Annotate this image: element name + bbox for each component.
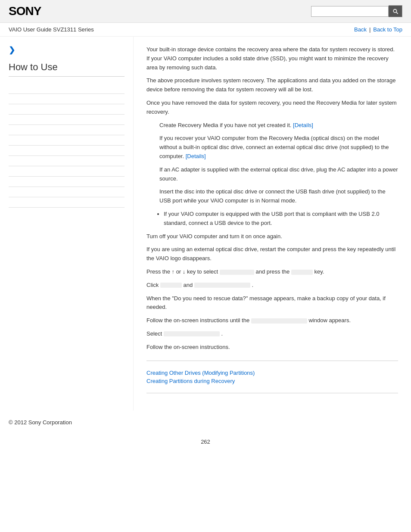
bullet-list: If your VAIO computer is equipped with t… (164, 210, 398, 228)
para6-suffix-text: and press the (255, 268, 290, 275)
nav-separator: | (369, 26, 371, 33)
copyright: © 2012 Sony Corporation (0, 411, 411, 430)
back-link[interactable]: Back (354, 26, 367, 33)
para6-prefix: Press the ↑ or ↓ key to select (146, 268, 218, 275)
paragraph-11: Follow the on-screen instructions. (146, 343, 398, 352)
paragraph-2: The above procedure involves system reco… (146, 76, 398, 94)
para6-blank-1 (220, 270, 254, 275)
sidebar-title: How to Use (9, 62, 125, 77)
para6-blank-2 (291, 270, 313, 275)
nav-bar: VAIO User Guide SVZ1311 Series Back | Ba… (0, 23, 411, 37)
nav-links: Back | Back to Top (354, 26, 402, 33)
para6-end-text: key. (314, 268, 324, 275)
sidebar-item-4[interactable] (9, 115, 125, 125)
para10-blank (164, 331, 220, 336)
related-links: Creating Other Drives (Modifying Partiti… (146, 370, 398, 384)
para7-prefix: Click (146, 282, 159, 288)
page-header: SONY (0, 0, 411, 23)
section-divider (146, 361, 398, 361)
bullet-item-1: If your VAIO computer is equipped with t… (164, 210, 398, 228)
content-area: Your built-in storage device contains th… (134, 37, 411, 411)
sidebar-chevron: ❯ (9, 45, 125, 55)
para7-blank-2 (194, 283, 250, 288)
paragraph-8: When the "Do you need to rescue data?" m… (146, 294, 398, 312)
indent-para-4: Insert the disc into the optical disc dr… (159, 187, 398, 205)
sidebar-item-9[interactable] (9, 166, 125, 177)
paragraph-7: Click and . (146, 281, 398, 290)
sidebar-item-3[interactable] (9, 104, 125, 115)
para7-mid-text: and (183, 282, 193, 288)
para9-prefix: Follow the on-screen instructions until … (146, 317, 249, 324)
sidebar-item-12[interactable] (9, 197, 125, 208)
sidebar-nav (9, 84, 125, 208)
main-container: ❯ How to Use Your built-in storage devic… (0, 37, 411, 411)
related-link-1[interactable]: Creating Other Drives (Modifying Partiti… (146, 370, 398, 376)
paragraph-4: Turn off your VAIO computer and turn it … (146, 232, 398, 241)
indent-1-link[interactable]: [Details] (293, 122, 313, 128)
sidebar-item-8[interactable] (9, 156, 125, 166)
para10-suffix-text: . (221, 330, 223, 337)
indent-1-text: Create Recovery Media if you have not ye… (159, 122, 291, 128)
page-number: 262 (0, 430, 411, 454)
sidebar-item-1[interactable] (9, 84, 125, 94)
para7-suffix-text: . (252, 282, 253, 288)
sidebar-item-11[interactable] (9, 187, 125, 197)
section-divider-2 (146, 393, 398, 393)
indent-2-link[interactable]: [Details] (186, 153, 206, 159)
paragraph-5: If you are using an external optical dis… (146, 245, 398, 263)
search-icon (392, 8, 399, 15)
sidebar-item-10[interactable] (9, 177, 125, 187)
paragraph-3: Once you have removed the data for syste… (146, 99, 398, 117)
indent-para-3: If an AC adapter is supplied with the ex… (159, 165, 398, 184)
paragraph-6: Press the ↑ or ↓ key to select and press… (146, 268, 398, 277)
breadcrumb: VAIO User Guide SVZ1311 Series (9, 26, 94, 33)
sidebar-item-6[interactable] (9, 135, 125, 146)
para7-blank-1 (160, 283, 182, 288)
para9-suffix-text: window appears. (308, 317, 351, 324)
paragraph-9: Follow the on-screen instructions until … (146, 316, 398, 325)
sidebar: ❯ How to Use (0, 37, 134, 411)
back-to-top-link[interactable]: Back to Top (373, 26, 402, 33)
indent-para-2: If you recover your VAIO computer from t… (159, 134, 398, 161)
sidebar-item-5[interactable] (9, 125, 125, 135)
para10-prefix: Select (146, 330, 162, 337)
search-area (311, 5, 402, 17)
sidebar-item-7[interactable] (9, 146, 125, 156)
sony-logo: SONY (9, 4, 41, 18)
indent-para-1: Create Recovery Media if you have not ye… (159, 121, 398, 130)
sidebar-item-2[interactable] (9, 94, 125, 104)
paragraph-10: Select . (146, 330, 398, 339)
related-link-2[interactable]: Creating Partitions during Recovery (146, 378, 398, 384)
paragraph-1: Your built-in storage device contains th… (146, 45, 398, 72)
para9-blank (251, 318, 307, 324)
search-button[interactable] (389, 5, 402, 17)
search-input[interactable] (311, 6, 389, 17)
